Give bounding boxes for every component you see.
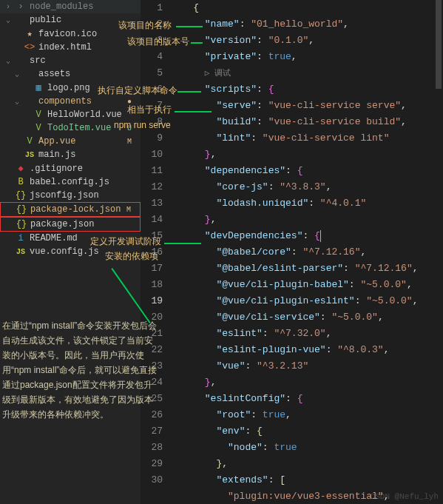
arrow-line [176,26,203,27]
file-logo.png[interactable]: ▦logo.png [0,81,141,95]
file-public[interactable]: ⌄public [0,13,141,27]
code-content[interactable]: { "name": "01_hello_world", "version": "… [170,0,443,504]
arrow-line [175,111,212,112]
file-jsconfig.json[interactable]: {}jsconfig.json [0,189,141,202]
file-HelloWorld.vue[interactable]: VHelloWorld.vue [0,108,141,121]
file-package-lock.json[interactable]: {}package-lock.jsonM [0,202,141,217]
arrow-line [177,91,201,93]
arrow-line [164,243,201,244]
file-node_modules[interactable]: ››node_modules [0,0,141,13]
file-explorer: ››node_modules⌄public★favicon.ico<>index… [0,0,141,504]
scroll-thumb[interactable] [436,0,442,89]
file-vue.config.js[interactable]: JSvue.config.js [0,245,141,258]
line-gutter: 1234567891011121314151617181920212223242… [141,0,170,504]
code-editor[interactable]: 1234567891011121314151617181920212223242… [141,0,443,504]
file-README.md[interactable]: iREADME.md [0,232,141,245]
file-main.js[interactable]: JSmain.js [0,148,141,161]
watermark: CSDN @Nefu_lyh [371,492,439,501]
file-assets[interactable]: ⌄assets [0,67,141,81]
file-.gitignore[interactable]: ◆.gitignore [0,161,141,175]
file-src[interactable]: ⌄src [0,54,141,67]
annot-explain: 在通过“npm install”命令安装开发包后会自动生成该文件，该文件锁定了当… [2,318,160,422]
scrollbar[interactable] [434,0,443,504]
file-index.html[interactable]: <>index.html [0,41,141,54]
file-package.json[interactable]: {}package.json [0,217,141,232]
file-TodoItem.vue[interactable]: VTodoItem.vueU [0,121,141,135]
arrow-line [191,42,203,44]
file-components[interactable]: ⌄components● [0,95,141,108]
file-babel.config.js[interactable]: Bbabel.config.js [0,175,141,189]
file-App.vue[interactable]: VApp.vueM [0,135,141,148]
file-favicon.ico[interactable]: ★favicon.ico [0,27,141,41]
